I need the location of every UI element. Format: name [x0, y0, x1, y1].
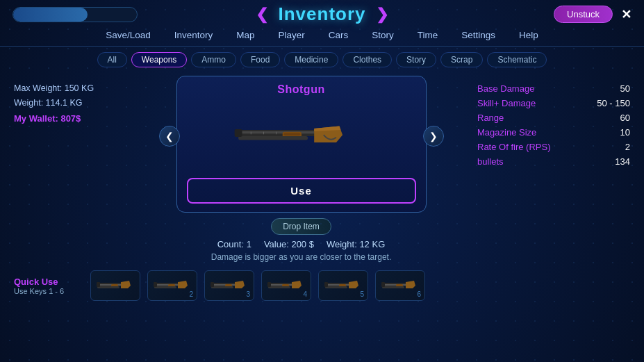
category-tab-weapons[interactable]: Weapons — [131, 52, 187, 67]
stat-row: Rate Of fire (RPS)2 — [477, 140, 630, 154]
top-right-controls: Unstuck ✕ — [554, 6, 631, 23]
item-count: Count: 1 — [217, 239, 251, 249]
slot-number: 5 — [360, 290, 364, 298]
nav-item-story[interactable]: Story — [369, 28, 397, 42]
quick-slot-3[interactable]: 3 — [204, 270, 254, 301]
carousel-prev-button[interactable]: ❮ — [159, 126, 180, 147]
svg-rect-37 — [382, 286, 404, 288]
svg-rect-15 — [154, 284, 181, 286]
use-button[interactable]: Use — [187, 178, 416, 204]
drop-item-button[interactable]: Drop Item — [271, 218, 331, 235]
quick-slot-2[interactable]: 2 — [147, 270, 197, 301]
item-weight: Weight: 12 KG — [327, 239, 385, 249]
nav-item-player[interactable]: Player — [276, 28, 308, 42]
item-description: Damage is bigger as you are closer to th… — [211, 252, 391, 262]
item-value: Value: 200 $ — [264, 239, 314, 249]
svg-rect-27 — [268, 286, 290, 288]
svg-rect-30 — [325, 284, 352, 286]
nav-item-time[interactable]: Time — [415, 28, 441, 42]
quick-use-bar: Quick Use Use Keys 1 - 6 2 — [0, 266, 644, 304]
stat-label: Rate Of fire (RPS) — [477, 142, 550, 152]
quick-use-label: Quick Use Use Keys 1 - 6 — [14, 277, 83, 295]
nav-item-help[interactable]: Help — [516, 28, 541, 42]
slot-number: 2 — [189, 290, 193, 298]
current-weight-label: Weight: 114.1 KG — [14, 96, 125, 110]
category-tab-all[interactable]: All — [97, 52, 127, 67]
nav-item-save-load[interactable]: Save/Load — [103, 28, 154, 42]
item-display: Shotgun ❮ — [176, 76, 427, 213]
category-tab-food[interactable]: Food — [240, 52, 280, 67]
stat-label: Base Damage — [477, 83, 534, 94]
category-tab-story[interactable]: Story — [396, 52, 436, 67]
left-panel: Max Weight: 150 KG Weight: 114.1 KG My W… — [14, 76, 125, 126]
item-name: Shotgun — [187, 83, 416, 96]
svg-rect-10 — [97, 284, 124, 286]
main-content: Max Weight: 150 KG Weight: 114.1 KG My W… — [0, 72, 644, 265]
svg-rect-33 — [324, 282, 328, 287]
quick-slot-6[interactable]: 6 — [375, 270, 425, 301]
stat-row: bullets134 — [477, 154, 630, 169]
category-tab-ammo[interactable]: Ammo — [191, 52, 236, 67]
svg-rect-35 — [382, 284, 408, 286]
shotgun-image — [232, 108, 371, 164]
category-tab-clothes[interactable]: Clothes — [342, 52, 392, 67]
center-panel: Shotgun ❮ — [132, 76, 470, 262]
progress-bar — [13, 7, 138, 22]
unstuck-button[interactable]: Unstuck — [554, 6, 613, 23]
category-tab-scrap[interactable]: Scrap — [440, 52, 483, 67]
nav-item-map[interactable]: Map — [233, 28, 257, 42]
svg-rect-25 — [268, 284, 295, 286]
svg-rect-3 — [283, 133, 300, 135]
stat-value: 2 — [625, 142, 630, 152]
category-tabs: AllWeaponsAmmoFoodMedicineClothesStorySc… — [0, 47, 644, 72]
max-weight-label: Max Weight: 150 KG — [14, 81, 125, 96]
weight-info: Max Weight: 150 KG Weight: 114.1 KG My W… — [14, 81, 125, 126]
quick-slot-1[interactable] — [90, 270, 140, 301]
stat-value: 50 — [620, 83, 630, 94]
slot-number: 6 — [417, 290, 421, 298]
stat-label: Range — [477, 113, 504, 123]
top-bar: ❮ Inventory ❯ Unstuck ✕ — [0, 0, 644, 26]
svg-rect-4 — [238, 136, 308, 140]
quick-slot-5[interactable]: 5 — [318, 270, 368, 301]
category-tab-medicine[interactable]: Medicine — [284, 52, 338, 67]
stat-value: 134 — [615, 156, 630, 167]
svg-rect-12 — [97, 286, 119, 288]
stats-table: Base Damage50Skill+ Damage50 - 150Range6… — [477, 81, 630, 169]
nav-item-inventory[interactable]: Inventory — [172, 28, 216, 42]
stat-row: Base Damage50 — [477, 81, 630, 96]
stat-row: Range60 — [477, 110, 630, 125]
svg-rect-13 — [97, 282, 100, 287]
next-arrow-button[interactable]: ❯ — [376, 7, 388, 22]
prev-arrow-button[interactable]: ❮ — [256, 7, 268, 22]
svg-rect-20 — [211, 284, 238, 286]
quick-slot-4[interactable]: 4 — [261, 270, 311, 301]
carousel-next-button[interactable]: ❯ — [423, 126, 444, 147]
title-area: ❮ Inventory ❯ — [256, 3, 388, 25]
slot-number: 4 — [303, 290, 307, 298]
right-panel: Base Damage50Skill+ Damage50 - 150Range6… — [477, 76, 630, 169]
stat-value: 10 — [620, 127, 630, 138]
svg-rect-5 — [234, 129, 242, 137]
svg-rect-23 — [210, 282, 214, 287]
quick-use-subtitle: Use Keys 1 - 6 — [14, 287, 83, 295]
slot-number: 3 — [246, 290, 250, 298]
nav-item-cars[interactable]: Cars — [326, 28, 352, 42]
quick-use-title: Quick Use — [14, 277, 83, 287]
svg-rect-17 — [154, 286, 176, 288]
svg-rect-32 — [325, 286, 347, 288]
item-meta: Count: 1 Value: 200 $ Weight: 12 KG — [217, 239, 386, 249]
category-tab-schematic[interactable]: Schematic — [487, 52, 547, 67]
item-image-area: ❮ — [187, 101, 416, 171]
svg-rect-22 — [211, 286, 233, 288]
stat-row: Skill+ Damage50 - 150 — [477, 96, 630, 110]
stat-label: bullets — [477, 156, 504, 167]
close-button[interactable]: ✕ — [621, 7, 631, 22]
svg-rect-1 — [238, 131, 320, 134]
wallet-label: My Wallet: 807$ — [14, 111, 125, 126]
svg-rect-28 — [267, 282, 271, 287]
svg-rect-18 — [154, 282, 157, 287]
stat-row: Magazine Size10 — [477, 125, 630, 140]
stat-value: 50 - 150 — [597, 98, 630, 108]
nav-item-settings[interactable]: Settings — [459, 28, 498, 42]
